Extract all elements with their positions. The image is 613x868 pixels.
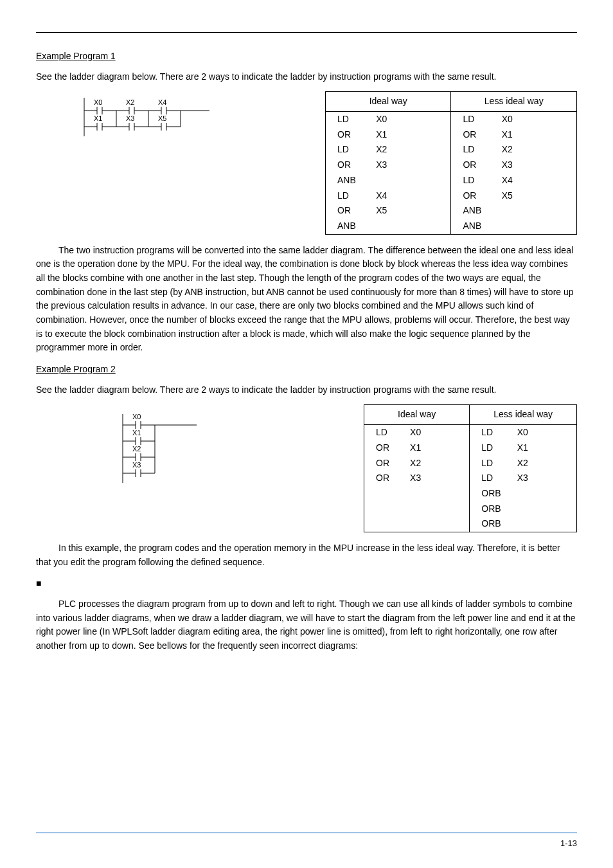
- cell-opcode: ANB: [326, 173, 373, 188]
- cell-opcode: LD: [470, 471, 513, 486]
- table2-header-ideal: Ideal way: [364, 405, 470, 425]
- cell-operand: X2: [372, 142, 451, 158]
- table-row: ORB: [364, 486, 577, 502]
- cell-operand: X4: [498, 173, 577, 188]
- cell-operand: [498, 203, 577, 219]
- cell-opcode: ANB: [326, 219, 373, 234]
- cell-opcode: OR: [451, 127, 498, 143]
- table-row: ORX3ORX3: [326, 158, 577, 173]
- cell-operand: [498, 219, 577, 234]
- table-row: LDX4ORX5: [326, 188, 577, 204]
- cell-opcode: ANB: [451, 203, 498, 219]
- cell-opcode: LD: [451, 142, 498, 158]
- example2-row: X0 X1 X2 X3 Ideal way Less ideal way LDX…: [36, 404, 577, 532]
- cell-opcode: LD: [364, 425, 407, 440]
- cell-operand: X2: [406, 456, 470, 471]
- cell-operand: X1: [513, 440, 577, 456]
- cell-operand: [406, 502, 470, 517]
- empty-bullet: ■: [36, 577, 577, 591]
- ladder1-x3: X3: [126, 114, 134, 122]
- ladder2-x0: X0: [132, 413, 141, 420]
- table2-header-less: Less ideal way: [470, 405, 577, 425]
- cell-opcode: OR: [364, 456, 407, 471]
- cell-opcode: [364, 486, 407, 502]
- cell-opcode: LD: [470, 425, 513, 440]
- cell-opcode: ORB: [470, 516, 513, 532]
- cell-opcode: LD: [470, 440, 513, 456]
- section1-intro: See the ladder diagram below. There are …: [36, 70, 577, 84]
- ladder1-x0: X0: [94, 98, 102, 106]
- table-row: ANBLDX4: [326, 173, 577, 188]
- page: Example Program 1 See the ladder diagram…: [0, 0, 613, 868]
- top-rule: [36, 32, 577, 33]
- cell-opcode: [364, 516, 407, 532]
- table1: Ideal way Less ideal way LDX0LDX0ORX1ORX…: [325, 91, 577, 234]
- cell-opcode: OR: [451, 158, 498, 173]
- cell-opcode: OR: [326, 158, 373, 173]
- cell-opcode: LD: [451, 173, 498, 188]
- page-number: 1-13: [36, 837, 577, 850]
- cell-operand: X1: [498, 127, 577, 143]
- ladder1-x4: X4: [158, 98, 166, 106]
- cell-opcode: [364, 502, 407, 517]
- cell-operand: X2: [513, 456, 577, 471]
- cell-opcode: OR: [364, 440, 407, 456]
- ladder1-x1: X1: [94, 114, 102, 122]
- cell-operand: [513, 516, 577, 532]
- ladder1-x2: X2: [126, 98, 134, 106]
- cell-operand: X3: [498, 158, 577, 173]
- table-row: LDX0LDX0: [326, 112, 577, 127]
- cell-opcode: LD: [326, 142, 373, 158]
- ladder1: X0 X2 X4 X1 X3 X5: [36, 91, 325, 143]
- table-row: ORX2LDX2: [364, 456, 577, 471]
- cell-operand: X3: [406, 471, 470, 486]
- ladder2: X0 X1 X2 X3: [36, 404, 364, 488]
- table2: Ideal way Less ideal way LDX0LDX0ORX1LDX…: [364, 404, 577, 532]
- cell-opcode: ORB: [470, 486, 513, 502]
- table1-header-ideal: Ideal way: [326, 92, 451, 112]
- cell-opcode: LD: [451, 112, 498, 127]
- cell-operand: X1: [372, 127, 451, 143]
- table1-col: Ideal way Less ideal way LDX0LDX0ORX1ORX…: [325, 91, 577, 234]
- cell-operand: X5: [372, 203, 451, 219]
- table-row: ORB: [364, 502, 577, 517]
- para1: The two instruction programs will be con…: [36, 244, 577, 356]
- cell-opcode: LD: [326, 112, 373, 127]
- table-row: ANBANB: [326, 219, 577, 234]
- table-row: LDX0LDX0: [364, 425, 577, 440]
- footer: 1-13: [36, 832, 577, 850]
- example1-row: X0 X2 X4 X1 X3 X5 Ideal way Less ideal w…: [36, 91, 577, 234]
- cell-operand: X2: [498, 142, 577, 158]
- section2-intro: See the ladder diagram below. There are …: [36, 383, 577, 397]
- ladder2-x2: X2: [132, 445, 141, 453]
- cell-opcode: OR: [326, 203, 373, 219]
- cell-operand: X3: [372, 158, 451, 173]
- cell-operand: X0: [372, 112, 451, 127]
- table2-col: Ideal way Less ideal way LDX0LDX0ORX1LDX…: [364, 404, 577, 532]
- table-row: ORB: [364, 516, 577, 532]
- cell-opcode: LD: [326, 188, 373, 204]
- cell-operand: [513, 486, 577, 502]
- cell-operand: [372, 173, 451, 188]
- table-row: ORX1LDX1: [364, 440, 577, 456]
- table-row: ORX5ANB: [326, 203, 577, 219]
- cell-operand: [406, 486, 470, 502]
- cell-operand: X1: [406, 440, 470, 456]
- table-row: ORX1ORX1: [326, 127, 577, 143]
- cell-operand: X5: [498, 188, 577, 204]
- cell-operand: [406, 516, 470, 532]
- section2-title: Example Program 2: [36, 363, 577, 377]
- table1-header-less: Less ideal way: [451, 92, 577, 112]
- cell-operand: X3: [513, 471, 577, 486]
- para3: PLC processes the diagram program from u…: [36, 597, 577, 653]
- ladder1-x5: X5: [158, 114, 166, 122]
- cell-operand: [372, 219, 451, 234]
- ladder2-x3: X3: [132, 461, 141, 469]
- cell-operand: X4: [372, 188, 451, 204]
- cell-operand: X0: [406, 425, 470, 440]
- cell-opcode: ANB: [451, 219, 498, 234]
- cell-operand: X0: [513, 425, 577, 440]
- cell-opcode: OR: [364, 471, 407, 486]
- ladder2-x1: X1: [132, 429, 141, 437]
- cell-opcode: OR: [451, 188, 498, 204]
